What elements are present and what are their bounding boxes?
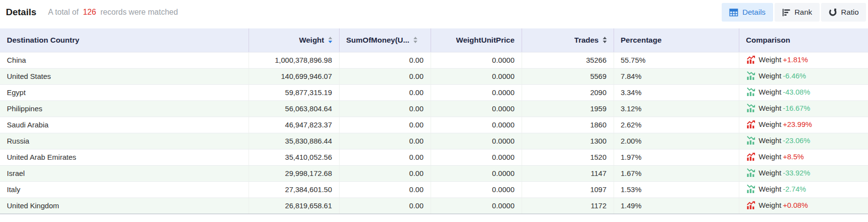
- cell-trades: 1520: [522, 149, 614, 165]
- comparison-change-value: +1.81%: [783, 55, 808, 64]
- table-row: Philippines56,063,804.640.000.000019593.…: [0, 100, 868, 117]
- column-header-sum-of-money[interactable]: SumOfMoney(U...: [339, 28, 431, 52]
- cell-destination-country: Italy: [0, 181, 249, 197]
- cell-weight: 29,998,172.68: [249, 165, 339, 181]
- table-row: Israel29,998,172.680.000.000011471.67%We…: [0, 165, 868, 181]
- comparison-change-value: +0.08%: [783, 201, 808, 209]
- weight-trend-up-icon: [746, 120, 755, 130]
- comparison-metric-label: Weight: [759, 185, 781, 193]
- table-row: Saudi Arabia46,947,823.370.000.000018602…: [0, 117, 868, 133]
- cell-weight: 140,699,946.07: [249, 68, 339, 84]
- comparison-change-value: -23.06%: [783, 136, 810, 145]
- cell-comparison: Weight+23.99%: [739, 117, 868, 133]
- cell-weight-unit-price: 0.0000: [431, 52, 522, 68]
- weight-trend-down-icon: [746, 136, 755, 146]
- comparison-metric-label: Weight: [759, 120, 781, 128]
- cell-percentage: 3.34%: [614, 84, 739, 100]
- sort-icon-trades[interactable]: [603, 37, 607, 43]
- weight-trend-up-icon: [746, 152, 755, 162]
- cell-sum-of-money: 0.00: [339, 133, 431, 149]
- cell-percentage: 1.97%: [614, 149, 739, 165]
- column-header-comparison: Comparison: [739, 28, 868, 52]
- cell-weight: 26,819,658.61: [249, 197, 339, 214]
- cell-sum-of-money: 0.00: [339, 149, 431, 165]
- weight-trend-down-icon: [746, 184, 755, 195]
- comparison-metric-label: Weight: [759, 72, 781, 80]
- tab-ratio-label: Ratio: [841, 8, 859, 17]
- cell-percentage: 1.53%: [614, 181, 739, 197]
- cell-percentage: 3.12%: [614, 100, 739, 117]
- cell-trades: 35266: [522, 52, 614, 68]
- tab-details[interactable]: Details: [722, 3, 773, 22]
- column-header-weight-unit-price: WeightUnitPrice: [431, 28, 522, 52]
- cell-trades: 5569: [522, 68, 614, 84]
- column-header-trades[interactable]: Trades: [522, 28, 614, 52]
- comparison-metric-label: Weight: [759, 152, 781, 161]
- cell-destination-country: Philippines: [0, 100, 249, 117]
- table-header-row: Destination Country Weight SumOfMoney(U.…: [0, 28, 868, 52]
- cell-weight: 27,384,601.50: [249, 181, 339, 197]
- cell-weight: 1,000,378,896.98: [249, 52, 339, 68]
- column-header-weight[interactable]: Weight: [249, 28, 339, 52]
- weight-trend-down-icon: [746, 71, 755, 81]
- cell-destination-country: Israel: [0, 165, 249, 181]
- comparison-metric-label: Weight: [759, 88, 781, 96]
- cell-comparison: Weight-23.06%: [739, 133, 868, 149]
- tab-rank[interactable]: Rank: [775, 3, 820, 22]
- cell-destination-country: Russia: [0, 133, 249, 149]
- cell-weight: 35,410,052.56: [249, 149, 339, 165]
- comparison-change-value: +23.99%: [783, 120, 812, 128]
- table-row: Italy27,384,601.500.000.000010971.53%Wei…: [0, 181, 868, 197]
- cell-weight: 46,947,823.37: [249, 117, 339, 133]
- cell-comparison: Weight+0.08%: [739, 197, 868, 214]
- cell-destination-country: United States: [0, 68, 249, 84]
- cell-weight-unit-price: 0.0000: [431, 197, 522, 214]
- cell-weight-unit-price: 0.0000: [431, 117, 522, 133]
- table-row: Egypt59,877,315.190.000.000020903.34%Wei…: [0, 84, 868, 100]
- comparison-change-value: +8.5%: [783, 152, 804, 161]
- cell-trades: 1300: [522, 133, 614, 149]
- cell-destination-country: China: [0, 52, 249, 68]
- weight-trend-up-icon: [746, 55, 755, 65]
- table-row: Russia35,830,886.440.000.000013002.00%We…: [0, 133, 868, 149]
- cell-sum-of-money: 0.00: [339, 117, 431, 133]
- comparison-change-value: -43.08%: [783, 88, 810, 96]
- sort-icon-sum-of-money[interactable]: [413, 37, 417, 43]
- comparison-change-value: -33.92%: [783, 169, 810, 177]
- cell-sum-of-money: 0.00: [339, 84, 431, 100]
- cell-trades: 2090: [522, 84, 614, 100]
- cell-sum-of-money: 0.00: [339, 68, 431, 84]
- cell-weight-unit-price: 0.0000: [431, 84, 522, 100]
- table-row: United Kingdom26,819,658.610.000.0000117…: [0, 197, 868, 214]
- column-header-destination-country: Destination Country: [0, 28, 249, 52]
- cell-sum-of-money: 0.00: [339, 100, 431, 117]
- comparison-metric-label: Weight: [759, 136, 781, 145]
- cell-weight: 56,063,804.64: [249, 100, 339, 117]
- cell-percentage: 7.84%: [614, 68, 739, 84]
- cell-sum-of-money: 0.00: [339, 165, 431, 181]
- comparison-metric-label: Weight: [759, 104, 781, 112]
- tab-ratio[interactable]: Ratio: [821, 3, 866, 22]
- records-summary: A total of 126 records were matched: [48, 8, 178, 17]
- comparison-change-value: -2.74%: [783, 185, 806, 193]
- records-summary-prefix: A total of: [48, 8, 78, 17]
- table-icon: [729, 8, 738, 17]
- cell-weight: 35,830,886.44: [249, 133, 339, 149]
- table-row: China1,000,378,896.980.000.00003526655.7…: [0, 52, 868, 68]
- cell-comparison: Weight-16.67%: [739, 100, 868, 117]
- cell-destination-country: Egypt: [0, 84, 249, 100]
- records-summary-suffix: records were matched: [100, 8, 178, 17]
- tab-rank-label: Rank: [795, 8, 812, 17]
- cell-weight-unit-price: 0.0000: [431, 133, 522, 149]
- comparison-change-value: -16.67%: [783, 104, 810, 112]
- cell-sum-of-money: 0.00: [339, 52, 431, 68]
- sort-icon-weight[interactable]: [328, 37, 332, 43]
- weight-trend-down-icon: [746, 87, 755, 98]
- cell-comparison: Weight-33.92%: [739, 165, 868, 181]
- cell-percentage: 2.00%: [614, 133, 739, 149]
- cell-destination-country: Saudi Arabia: [0, 117, 249, 133]
- comparison-change-value: -6.46%: [783, 72, 806, 80]
- cell-trades: 1097: [522, 181, 614, 197]
- cell-weight: 59,877,315.19: [249, 84, 339, 100]
- donut-chart-icon: [828, 8, 837, 17]
